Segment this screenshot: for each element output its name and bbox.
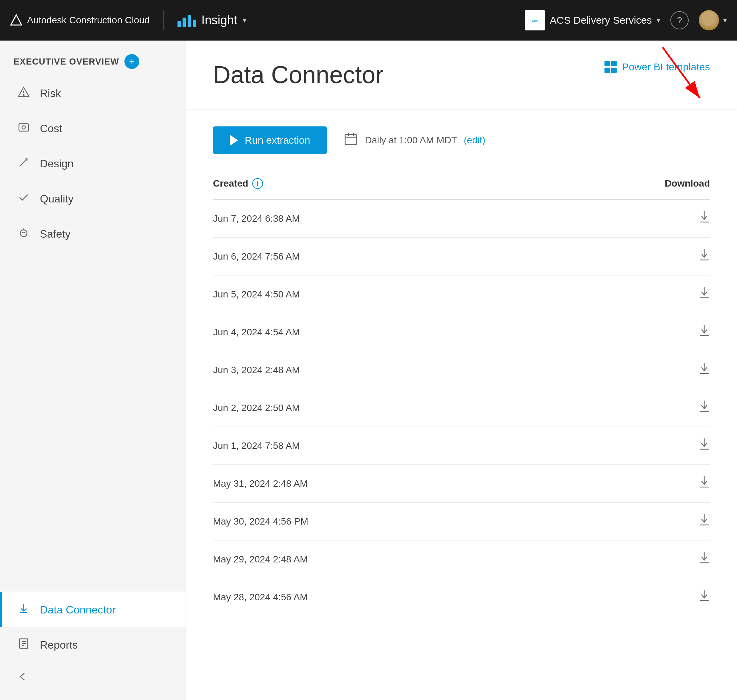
bar3 [188,15,191,27]
col-download-header: Download [656,178,710,189]
download-icon-1[interactable] [699,249,710,264]
date-cell: Jun 3, 2024 2:48 AM [213,365,656,375]
collapse-button[interactable] [0,662,185,693]
autodesk-icon [10,14,22,26]
download-icon-7[interactable] [699,476,710,491]
sidebar-item-risk[interactable]: Risk [0,76,185,111]
table-body: Jun 7, 2024 6:38 AM Jun 6, 2024 7:56 AM [213,200,710,616]
collapse-icon [17,671,29,685]
sidebar-bottom: Data Connector Reports [0,585,185,700]
sidebar-item-data-connector[interactable]: Data Connector [0,592,185,627]
download-icon-3[interactable] [699,324,710,340]
grid-cell-2 [611,61,616,66]
sidebar-quality-label: Quality [40,193,74,205]
calendar-icon [344,132,358,149]
sidebar-data-connector-label: Data Connector [40,604,116,616]
power-bi-link[interactable]: Power BI templates [605,61,710,73]
table-row: Jun 7, 2024 6:38 AM [213,200,710,238]
play-icon [230,135,238,146]
download-button-10[interactable] [656,589,710,605]
top-bar-divider [163,10,164,31]
product-label: Insight [202,13,237,27]
sidebar-item-cost[interactable]: Cost [0,111,185,146]
download-icon-0[interactable] [699,210,710,226]
date-cell: May 29, 2024 2:48 AM [213,554,656,565]
download-button-1[interactable] [656,249,710,264]
date-cell: May 31, 2024 2:48 AM [213,478,656,489]
download-icon-4[interactable] [699,362,710,378]
avatar-dropdown-arrow[interactable]: ▾ [723,16,727,25]
download-icon-8[interactable] [699,513,710,529]
sidebar-safety-label: Safety [40,228,71,240]
edit-schedule-button[interactable]: (edit) [464,135,485,146]
download-icon-6[interactable] [699,438,710,454]
download-button-2[interactable] [656,286,710,302]
sidebar-item-reports[interactable]: Reports [0,627,185,662]
org-dropdown-arrow[interactable]: ▾ [656,16,660,25]
download-button-7[interactable] [656,476,710,491]
bar4 [193,20,196,27]
data-table-container: Created i Download Jun 7, 2024 6:38 AM J… [186,168,737,700]
org-logo-img: ACS [527,12,543,29]
table-row: Jun 2, 2024 2:50 AM [213,389,710,427]
data-connector-icon [17,602,31,617]
top-bar: Autodesk Construction Cloud Insight ▾ AC… [0,0,737,41]
content-area: Data Connector Power BI templates [186,41,737,700]
add-overview-button[interactable]: + [124,54,139,69]
download-button-5[interactable] [656,400,710,416]
date-cell: Jun 5, 2024 4:50 AM [213,289,656,300]
table-row: Jun 3, 2024 2:48 AM [213,351,710,389]
power-bi-grid-icon [605,61,616,73]
autodesk-logo: Autodesk Construction Cloud [10,14,150,26]
sidebar-item-design[interactable]: Design [0,146,185,181]
created-info-icon[interactable]: i [252,178,263,189]
table-row: Jun 1, 2024 7:58 AM [213,427,710,465]
download-button-0[interactable] [656,210,710,226]
quality-icon [17,191,31,206]
col-created-header: Created i [213,178,656,189]
table-row: May 28, 2024 4:56 AM [213,578,710,616]
download-icon-5[interactable] [699,400,710,416]
org-selector[interactable]: ACS ACS Delivery Services ▾ [525,10,660,31]
sidebar-cost-label: Cost [40,122,62,135]
run-btn-label: Run extraction [245,135,310,146]
sidebar-design-label: Design [40,157,74,170]
date-cell: Jun 4, 2024 4:54 AM [213,327,656,338]
exec-overview-section: EXECUTIVE OVERVIEW + [0,47,185,76]
brand-label: Autodesk Construction Cloud [27,15,150,26]
sidebar-item-safety[interactable]: Safety [0,216,185,251]
main-layout: EXECUTIVE OVERVIEW + Risk Cost [0,41,737,700]
safety-icon [17,226,31,241]
sidebar: EXECUTIVE OVERVIEW + Risk Cost [0,41,186,700]
sidebar-item-quality[interactable]: Quality [0,181,185,216]
run-extraction-button[interactable]: Run extraction [213,126,327,154]
insight-brand: Insight ▾ [178,13,246,27]
svg-point-5 [24,95,24,96]
product-dropdown-arrow[interactable]: ▾ [243,16,246,25]
date-cell: Jun 7, 2024 6:38 AM [213,213,656,224]
download-icon-9[interactable] [699,551,710,567]
svg-text:ACS: ACS [532,20,538,23]
help-button[interactable]: ? [671,11,688,29]
reports-icon [17,637,31,652]
insight-chart-icon [178,13,196,27]
bar1 [178,21,181,27]
download-button-8[interactable] [656,513,710,529]
download-icon-2[interactable] [699,286,710,302]
sidebar-reports-label: Reports [40,639,78,651]
download-button-3[interactable] [656,324,710,340]
download-button-9[interactable] [656,551,710,567]
grid-cell-4 [611,68,616,73]
exec-overview-label: EXECUTIVE OVERVIEW [13,56,119,67]
content-header: Data Connector Power BI templates [186,41,737,109]
bar2 [182,18,186,27]
created-label: Created [213,178,248,189]
date-cell: May 28, 2024 4:56 AM [213,592,656,603]
download-icon-10[interactable] [699,589,710,605]
table-row: Jun 4, 2024 4:54 AM [213,313,710,351]
download-button-4[interactable] [656,362,710,378]
risk-icon [17,86,31,101]
svg-marker-0 [11,15,22,25]
download-button-6[interactable] [656,438,710,454]
table-row: May 30, 2024 4:56 PM [213,503,710,540]
